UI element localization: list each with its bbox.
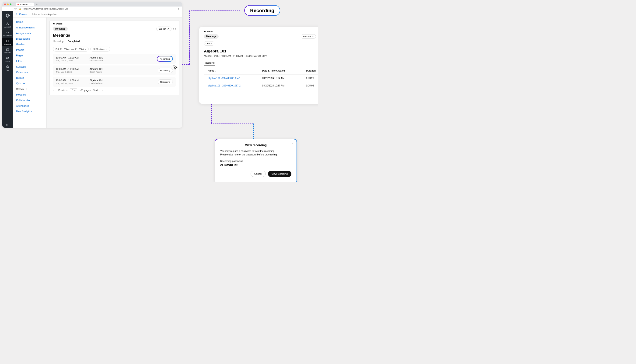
course-menu-item[interactable]: People <box>13 47 46 53</box>
detail-title: Algebra 101 <box>204 49 318 54</box>
course-menu-item[interactable]: Syllabus <box>13 64 46 70</box>
recording-detail-panel: webex Meetings Support ↗ ⤢ ‹ Back Algebr… <box>199 27 318 104</box>
detail-tab-recording[interactable]: Recording <box>204 60 215 66</box>
course-menu-item[interactable]: Outcomes <box>13 70 46 75</box>
course-menu-item[interactable]: Modules <box>13 92 46 98</box>
tab-upcoming[interactable]: Upcoming <box>53 39 64 44</box>
rail-help[interactable]: Help <box>2 64 13 72</box>
webex-logo-icon <box>53 22 55 25</box>
page-last-icon[interactable]: » <box>102 89 103 92</box>
recording-duration: 0:15:06 <box>302 82 318 90</box>
chevron-left-icon: ‹ <box>205 42 206 45</box>
recording-row: algebra 101 - 20240320 1037-2 03/20/2024… <box>204 82 318 90</box>
tab-close-icon[interactable]: × <box>30 3 32 6</box>
traffic-min-icon[interactable] <box>7 4 9 5</box>
rail-account[interactable]: Account <box>2 20 13 29</box>
course-menu-item[interactable]: Files <box>13 58 46 64</box>
recording-button[interactable]: Recording <box>157 56 172 61</box>
nav-forward-icon[interactable]: → <box>10 8 12 10</box>
rail-dashboard[interactable]: Dashboard <box>2 29 13 38</box>
lock-icon: 🔒 <box>19 8 21 10</box>
hamburger-icon[interactable]: ≡ <box>16 12 17 16</box>
nav-reload-icon[interactable]: ⟳ <box>15 7 17 10</box>
course-menu-item[interactable]: Assignments <box>13 30 46 36</box>
page-select[interactable]: 1 <box>70 88 77 92</box>
course-menu-item[interactable]: New Analytics <box>13 108 46 114</box>
recording-link[interactable]: algebra 101 - 20240320 1037-2 <box>208 84 241 87</box>
support-button[interactable]: Support ↗ <box>301 34 316 39</box>
rail-inbox[interactable]: Inbox <box>2 55 13 64</box>
breadcrumb-sep-icon: › <box>29 13 30 16</box>
meeting-host: Michael Smith <box>90 60 157 62</box>
course-menu-item[interactable]: Pages <box>13 53 46 58</box>
course-menu-item-selected[interactable]: Webex LTI <box>13 86 46 92</box>
browser-menu-icon[interactable]: ⋮ <box>177 7 180 10</box>
course-menu-item[interactable]: Collaboration <box>13 98 46 103</box>
page-title: Meetings <box>53 33 176 38</box>
new-tab-button[interactable]: + <box>36 2 38 6</box>
traffic-max-icon[interactable] <box>10 4 12 5</box>
svg-point-5 <box>6 14 7 15</box>
globe-icon[interactable] <box>173 28 176 30</box>
cursor-icon <box>173 65 178 70</box>
tab-completed[interactable]: Completed <box>68 39 80 44</box>
callout-recording: Recording <box>245 6 280 16</box>
browser-addressbar: ← → ⟳ 🔒 https://www.canvas.com/courses/w… <box>2 6 182 11</box>
scope-filter[interactable]: All Meetings⌄ <box>90 46 110 52</box>
sort-icon: ↓↑ <box>286 70 287 72</box>
rail-courses-label: Courses <box>5 43 11 45</box>
webex-brand: webex <box>204 30 214 32</box>
recording-link[interactable]: algebra 101 - 20240320 1004-1 <box>208 77 241 80</box>
close-icon[interactable]: × <box>292 142 294 145</box>
rail-collapse-icon[interactable]: ⇤ <box>2 123 13 126</box>
course-menu-item[interactable]: Discussions <box>13 36 46 42</box>
page-of: of 1 pages <box>80 89 91 92</box>
recording-created: 03/20/2024 10:04 AM <box>259 74 303 82</box>
support-button[interactable]: Support ↗ <box>156 26 171 31</box>
connector-line <box>253 124 254 139</box>
rail-calendar-label: Calendar <box>4 52 11 54</box>
meeting-date: Thu, Mar 20, 2024 <box>56 60 90 62</box>
page-first-icon[interactable]: « <box>53 89 54 92</box>
page-prev[interactable]: ‹ Previous <box>57 89 67 92</box>
canvas-logo-icon[interactable] <box>2 11 13 20</box>
address-url[interactable]: https://www.canvas.com/courses/webex_LTI <box>24 8 175 10</box>
back-button[interactable]: ‹ Back <box>204 41 215 46</box>
rail-calendar[interactable]: Calendar <box>2 46 13 55</box>
section-pill[interactable]: Meetings <box>53 26 68 31</box>
connector-line <box>260 18 260 27</box>
course-menu-item[interactable]: Quizzes <box>13 81 46 86</box>
col-created[interactable]: Date & Time Created↓↑ <box>259 67 303 74</box>
favicon-icon <box>18 4 19 5</box>
course-menu-item[interactable]: Attendance <box>13 103 46 108</box>
meeting-host: Sarah Adams <box>90 71 158 73</box>
cancel-button[interactable]: Cancel <box>251 171 266 177</box>
rail-account-label: Account <box>5 26 11 28</box>
page-next[interactable]: Next › <box>93 89 99 92</box>
course-menu-item[interactable]: Announcements <box>13 25 46 30</box>
view-recording-button[interactable]: View recording <box>268 171 291 177</box>
course-menu-item[interactable]: Home <box>13 19 46 25</box>
traffic-close-icon[interactable] <box>4 4 6 5</box>
chevron-down-icon: ⌄ <box>85 48 86 50</box>
view-recording-modal: × View recording You may require a passw… <box>215 139 297 182</box>
breadcrumb-root[interactable]: Canvas <box>19 13 28 16</box>
recording-button[interactable]: Recording <box>158 68 173 73</box>
meeting-title: Algebra 101 <box>90 79 158 82</box>
section-pill[interactable]: Meetings <box>204 34 219 39</box>
modal-body: You may require a password to view the r… <box>220 150 291 156</box>
course-menu-item[interactable]: Grades <box>13 42 46 47</box>
date-range-filter[interactable]: Feb 21, 2024 - Mar 21, 2024⌄ <box>53 46 89 52</box>
rail-courses[interactable]: Courses <box>2 38 13 46</box>
nav-back-icon[interactable]: ← <box>5 8 7 10</box>
svg-rect-10 <box>7 49 9 51</box>
col-name[interactable]: Name↓↑ <box>204 67 259 74</box>
meeting-date: Thu, Feb 27, 2024 <box>56 82 90 84</box>
svg-point-4 <box>9 16 9 16</box>
recording-button[interactable]: Recording <box>158 80 173 84</box>
meeting-title: Algebra 101 <box>90 56 157 59</box>
external-link-icon: ↗ <box>312 35 314 38</box>
pager: « ‹ Previous 1 of 1 pages Next › » <box>53 88 176 92</box>
course-menu-item[interactable]: Rubics <box>13 75 46 81</box>
browser-tab[interactable]: Canvas × <box>16 2 34 6</box>
